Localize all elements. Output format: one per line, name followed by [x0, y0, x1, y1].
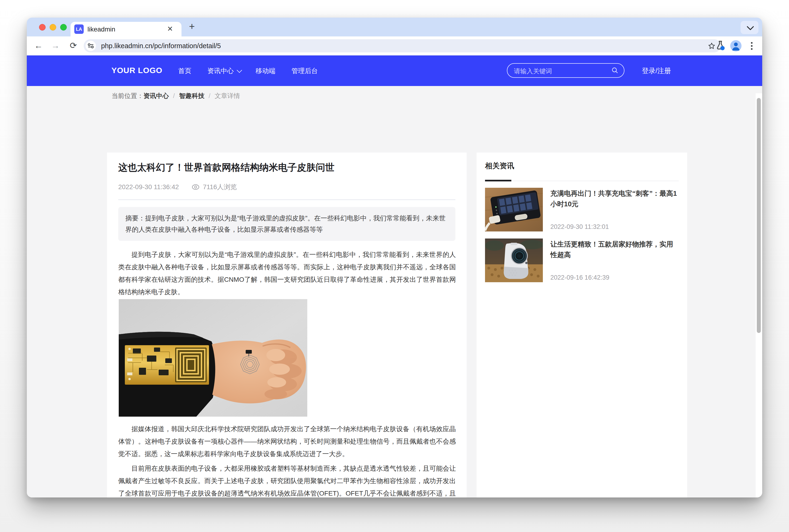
forward-button[interactable]: →: [50, 41, 61, 51]
article-meta: 2022-09-30 11:36:42 7116人浏览: [118, 183, 237, 191]
search-icon[interactable]: [611, 67, 619, 74]
nav-item-admin[interactable]: 管理后台: [292, 66, 318, 75]
article-date: 2022-09-30 11:36:42: [118, 183, 179, 191]
search-input[interactable]: 请输入关键词: [507, 63, 624, 78]
close-window-button[interactable]: [39, 24, 45, 31]
tab-search-button[interactable]: [740, 21, 758, 34]
nav-item-mobile[interactable]: 移动端: [256, 66, 275, 75]
related-news-title: 相关资讯: [485, 161, 514, 171]
chevron-down-icon: [747, 23, 754, 30]
related-news-card: 相关资讯: [476, 152, 687, 497]
related-item-title[interactable]: 充满电再出门！共享充电宝“刺客”：最高1小时10元: [550, 188, 679, 209]
url-text[interactable]: php.likeadmin.cn/pc/information/detail/5: [101, 42, 221, 50]
page-scrollbar-gutter: [756, 93, 762, 497]
meta-divider: [118, 200, 455, 200]
search-placeholder: 请输入关键词: [514, 67, 552, 75]
browser-window: LA likeadmin ✕ + ← → ⟳ php.likeadmin.cn/…: [27, 18, 762, 497]
views-eye-icon: [192, 184, 200, 190]
article-paragraph: 目前用在皮肤表面的电子设备，大都采用橡胶或者塑料等基材制造而来，其缺点是透水透气…: [118, 462, 456, 497]
bookmark-star-icon[interactable]: [708, 42, 716, 51]
article-image-electronic-skin: [119, 299, 307, 417]
address-bar[interactable]: php.likeadmin.cn/pc/information/detail/5: [84, 39, 721, 52]
site-favicon: LA: [74, 24, 84, 34]
article-card: 这也太科幻了！世界首款网格结构纳米电子皮肤问世 2022-09-30 11:36…: [107, 152, 467, 497]
profile-avatar[interactable]: [730, 40, 741, 52]
back-button[interactable]: ←: [33, 41, 44, 51]
site-navbar: YOUR LOGO 首页 资讯中心 移动端 管理后台 请输入关键词 登录/注册: [27, 55, 762, 86]
reload-button[interactable]: ⟳: [68, 41, 78, 51]
article-title: 这也太科幻了！世界首款网格结构纳米电子皮肤问世: [118, 161, 455, 174]
related-item-title[interactable]: 让生活更精致！五款居家好物推荐，实用性超高: [550, 239, 679, 260]
browser-menu-icon[interactable]: [751, 41, 752, 51]
article-paragraph: 提到电子皮肤，大家可别以为是“电子游戏里的虚拟皮肤”。在一些科幻电影中，我们常常…: [118, 248, 456, 298]
article-summary: 摘要：提到电子皮肤，大家可别以为是“电子游戏里的虚拟皮肤”。在一些科幻电影中，我…: [118, 207, 455, 241]
article-views: 7116人浏览: [203, 183, 237, 191]
related-thumbnail-projector: [485, 239, 543, 282]
site-settings-icon[interactable]: [86, 41, 96, 51]
tab-title: likeadmin: [88, 25, 115, 33]
related-item[interactable]: 充满电再出门！共享充电宝“刺客”：最高1小时10元 2022-09-30 11:…: [485, 188, 679, 231]
nav-item-news-center[interactable]: 资讯中心: [207, 66, 240, 75]
related-item[interactable]: 让生活更精致！五款居家好物推荐，实用性超高 2022-09-16 16:42:3…: [485, 239, 679, 282]
breadcrumb: 当前位置： 资讯中心 / 智趣科技 / 文章详情: [112, 86, 240, 106]
tab-close-icon[interactable]: ✕: [167, 25, 173, 33]
related-thumbnail-powerbank: [485, 188, 543, 231]
nav-item-home[interactable]: 首页: [178, 66, 191, 75]
breadcrumb-category[interactable]: 智趣科技: [179, 92, 205, 100]
related-title-rule-accent: [485, 180, 511, 182]
breadcrumb-prefix: 当前位置：: [112, 92, 144, 100]
chevron-down-icon: [237, 68, 242, 73]
article-paragraph: 据媒体报道，韩国大邱庆北科学技术院研究团队成功开发出了全球第一个纳米结构电子皮肤…: [118, 423, 456, 460]
login-register-link[interactable]: 登录/注册: [642, 66, 671, 76]
related-title-rule: [485, 181, 679, 181]
related-item-date: 2022-09-30 11:32:01: [550, 223, 609, 230]
browser-tab[interactable]: LA likeadmin ✕: [71, 22, 182, 36]
breadcrumb-current: 文章详情: [215, 92, 240, 100]
maximize-window-button[interactable]: [60, 24, 67, 31]
tab-strip: LA likeadmin ✕ +: [27, 18, 762, 36]
breadcrumb-news-center[interactable]: 资讯中心: [144, 92, 169, 100]
scrollbar-thumb[interactable]: [757, 98, 761, 333]
browser-toolbar: ← → ⟳ php.likeadmin.cn/pc/information/de…: [27, 36, 762, 55]
site-logo[interactable]: YOUR LOGO: [111, 66, 163, 75]
web-page: YOUR LOGO 首页 资讯中心 移动端 管理后台 请输入关键词 登录/注册 …: [27, 55, 762, 497]
new-tab-button[interactable]: +: [189, 21, 195, 32]
related-item-date: 2022-09-16 16:42:39: [550, 274, 609, 281]
experiments-flask-icon[interactable]: [715, 40, 726, 52]
minimize-window-button[interactable]: [50, 24, 56, 31]
